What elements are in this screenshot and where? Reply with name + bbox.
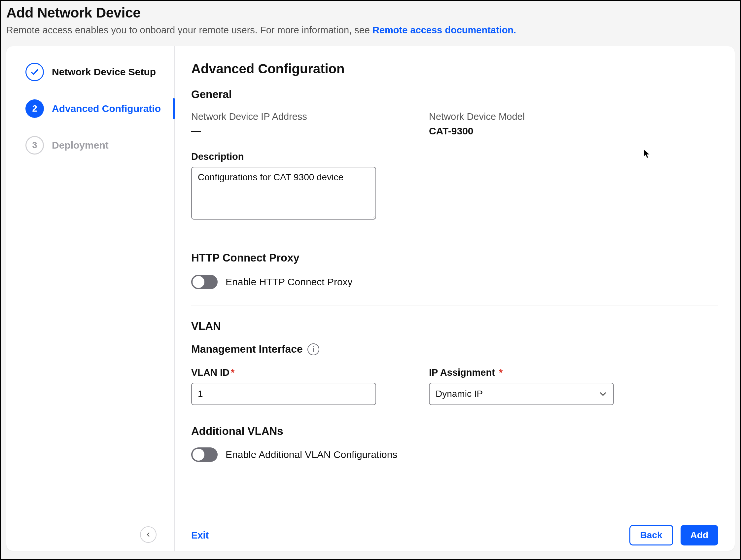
ip-assignment-label: IP Assignment * (429, 367, 654, 378)
step-label: Advanced Configuration (52, 103, 161, 114)
check-icon (25, 63, 44, 81)
additional-vlans-toggle[interactable] (191, 447, 218, 462)
divider (191, 305, 718, 305)
management-interface-heading: Management Interface (191, 343, 303, 355)
subtitle-text: Remote access enables you to onboard you… (6, 25, 373, 35)
step-label: Network Device Setup (52, 66, 156, 78)
wizard-panel: Network Device Setup 2 Advanced Configur… (6, 46, 735, 551)
section-title: Advanced Configuration (191, 61, 718, 76)
wizard-footer: Exit Back Add (191, 525, 718, 546)
http-proxy-toggle-label: Enable HTTP Connect Proxy (225, 276, 353, 288)
device-model-label: Network Device Model (429, 111, 654, 122)
ip-address-label: Network Device IP Address (191, 111, 416, 122)
step-number-icon: 2 (25, 99, 44, 118)
http-proxy-heading: HTTP Connect Proxy (191, 252, 718, 264)
vlan-id-input[interactable] (191, 383, 376, 405)
step-label: Deployment (52, 140, 109, 151)
collapse-sidebar-button[interactable] (140, 526, 156, 543)
remote-access-doc-link[interactable]: Remote access documentation. (373, 25, 516, 35)
page-title: Add Network Device (6, 5, 735, 21)
chevron-down-icon (599, 390, 607, 398)
back-button[interactable]: Back (629, 525, 673, 546)
ip-assignment-select[interactable]: Dynamic IP (429, 383, 614, 405)
step-deployment[interactable]: 3 Deployment (25, 136, 174, 154)
device-model-value: CAT-9300 (429, 126, 654, 137)
step-advanced-configuration[interactable]: 2 Advanced Configuration (25, 99, 174, 118)
additional-vlans-heading: Additional VLANs (191, 425, 718, 437)
additional-vlans-toggle-label: Enable Additional VLAN Configurations (225, 449, 397, 460)
page-subtitle: Remote access enables you to onboard you… (6, 25, 735, 36)
add-button[interactable]: Add (681, 525, 718, 546)
ip-address-value: — (191, 126, 416, 137)
description-input[interactable] (191, 167, 376, 220)
general-heading: General (191, 88, 718, 101)
info-icon[interactable]: i (308, 343, 319, 355)
divider (191, 237, 718, 237)
chevron-left-icon (145, 532, 151, 538)
step-number-icon: 3 (25, 136, 44, 154)
description-label: Description (191, 151, 718, 162)
page-header: Add Network Device Remote access enables… (1, 1, 740, 46)
exit-link[interactable]: Exit (191, 530, 209, 541)
wizard-main-content: Advanced Configuration General Network D… (175, 46, 735, 551)
vlan-id-label: VLAN ID* (191, 367, 416, 378)
mouse-cursor-icon (643, 149, 651, 159)
wizard-steps-sidebar: Network Device Setup 2 Advanced Configur… (6, 46, 175, 551)
step-network-device-setup[interactable]: Network Device Setup (25, 63, 174, 81)
http-proxy-toggle[interactable] (191, 275, 218, 289)
vlan-heading: VLAN (191, 320, 718, 333)
ip-assignment-value: Dynamic IP (435, 389, 483, 399)
